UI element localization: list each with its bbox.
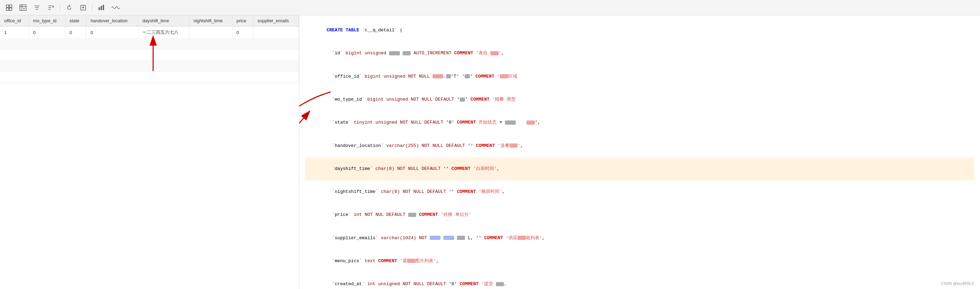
col-handover-location: handover_location [86, 15, 138, 26]
sql-line-9: `price` int NOT NUL DEFAULT COMMENT '价格 … [305, 203, 974, 226]
sql-content: CREATE TABLE `c__q_detail` ( `id` bigint… [305, 19, 974, 289]
col-nightshift-time: nightshift_time [189, 15, 232, 26]
sql-line-10: `supplier_emails` varchar(1024) NOT L, '… [305, 227, 974, 250]
table-row-empty-1 [0, 39, 299, 50]
svg-rect-3 [10, 8, 12, 10]
cell-mo-type-id: 0 [29, 26, 65, 39]
table-edit-icon[interactable] [18, 3, 28, 13]
main-content: office_id mo_type_id state handover_loca… [0, 15, 980, 289]
cell-dayshift-time: 一二三四五六七八 [138, 26, 189, 39]
refresh-icon[interactable] [64, 3, 74, 13]
col-price: price [232, 15, 253, 26]
col-state: state [65, 15, 86, 26]
sql-line-5: `state` tinyint unsigned NOT NULL DEFAUL… [305, 111, 974, 134]
sql-line-7: `dayshift_time` char(8) NOT NULL DEFAULT… [305, 157, 974, 180]
separator-1 [60, 4, 60, 11]
col-supplier-emails: supplier_emails [253, 15, 299, 26]
toolbar [0, 0, 980, 15]
left-panel: office_id mo_type_id state handover_loca… [0, 15, 299, 289]
table-row-empty-2 [0, 50, 299, 61]
chart-icon[interactable] [97, 3, 107, 13]
table-row[interactable]: 1 0 0 0 一二三四五六七八 0 [0, 26, 299, 39]
cell-price: 0 [232, 26, 253, 39]
svg-rect-18 [103, 5, 104, 10]
sql-line-1: CREATE TABLE `c__q_detail` ( [305, 19, 974, 42]
col-dayshift-time: dayshift_time [138, 15, 189, 26]
cell-state: 0 [65, 26, 86, 39]
cell-handover-location: 0 [86, 26, 138, 39]
sql-line-4: `mo_type_id` bigint unsigned NOT NULL DE… [305, 88, 974, 111]
svg-rect-17 [100, 6, 102, 10]
sql-line-3: `office_id` bigint unsigned NOT NULL . '… [305, 65, 974, 88]
sort-icon[interactable] [46, 3, 56, 13]
data-table: office_id mo_type_id state handover_loca… [0, 15, 299, 83]
col-office-id: office_id [0, 15, 29, 26]
right-panel: CREATE TABLE `c__q_detail` ( `id` bigint… [299, 15, 980, 289]
svg-rect-4 [20, 5, 26, 10]
footer-credit: CSDN @boy快快大 [941, 281, 974, 286]
cell-nightshift-time [189, 26, 232, 39]
separator-2 [92, 4, 92, 11]
export-icon[interactable] [78, 3, 88, 13]
table-row-empty-3 [0, 61, 299, 72]
sql-line-11: `menu_pics` text COMMENT '菜 图片列表', [305, 250, 974, 273]
sql-line-12: `created_at` int unsigned NOT NULL DEFAU… [305, 273, 974, 289]
filter-icon[interactable] [32, 3, 42, 13]
sql-line-6: `handover_location` varchar(255) NOT NUL… [305, 134, 974, 157]
svg-rect-0 [6, 5, 9, 7]
table-header-row: office_id mo_type_id state handover_loca… [0, 15, 299, 26]
sql-line-8: `nightshift_time` char(8) NOT NULL DEFAU… [305, 180, 974, 203]
cell-office-id: 1 [0, 26, 29, 39]
grid-icon[interactable] [4, 3, 14, 13]
wave-icon[interactable] [111, 3, 121, 13]
cell-supplier-emails [253, 26, 299, 39]
col-mo-type-id: mo_type_id [29, 15, 65, 26]
sql-line-2: `id` bigint unsigned AUTO_INCREMENT COMM… [305, 42, 974, 65]
table-row-empty-4 [0, 72, 299, 83]
svg-rect-16 [99, 7, 100, 10]
svg-rect-2 [6, 8, 9, 10]
svg-rect-1 [10, 5, 12, 7]
